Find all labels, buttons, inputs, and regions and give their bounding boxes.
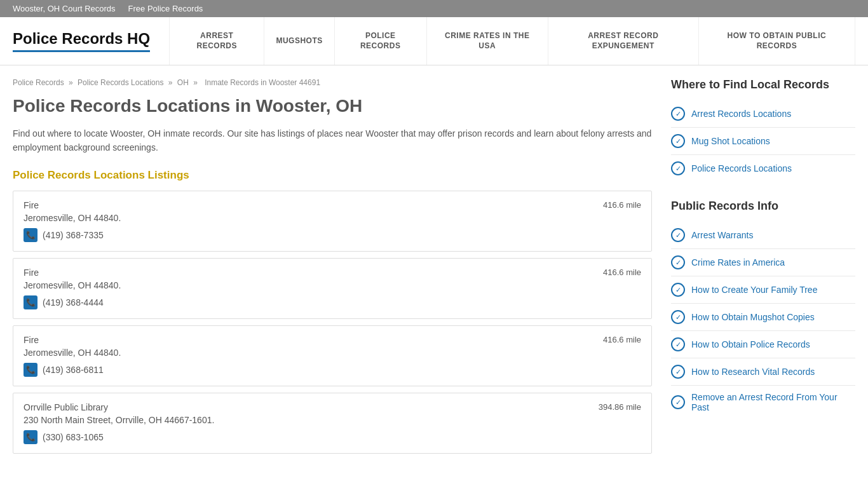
sidebar-link-label: How to Research Vital Records (691, 367, 815, 377)
nav-mugshots[interactable]: MUGSHOTS (264, 17, 334, 65)
listing-distance: 416.6 mile (603, 200, 641, 210)
listing-phone: 📞 (330) 683-1065 (24, 430, 641, 444)
check-icon: ✓ (671, 134, 685, 148)
phone-number[interactable]: (419) 368-6811 (43, 365, 104, 375)
listing-name: Fire (24, 335, 39, 345)
phone-number[interactable]: (419) 368-7335 (43, 230, 104, 240)
listing-address: Jeromesville, OH 44840. (24, 280, 641, 290)
sidebar-link-label: Remove an Arrest Record From Your Past (691, 392, 855, 412)
sidebar-section-public-info: Public Records Info ✓ Arrest Warrants ✓ … (671, 200, 855, 419)
nav-arrest-records[interactable]: ARREST RECORDS (169, 17, 264, 65)
breadcrumb-sep2: » (168, 78, 175, 87)
listings-heading: Police Records Locations Listings (13, 169, 652, 182)
check-icon: ✓ (671, 228, 685, 242)
sidebar-link-arrest-locations[interactable]: ✓ Arrest Records Locations (671, 100, 855, 128)
check-icon: ✓ (671, 365, 685, 379)
nav-expungement[interactable]: ARREST RECORD EXPUNGEMENT (548, 17, 699, 65)
phone-number[interactable]: (330) 683-1065 (43, 432, 104, 442)
listing-address: Jeromesville, OH 44840. (24, 348, 641, 358)
sidebar-link-family-tree[interactable]: ✓ How to Create Your Family Tree (671, 276, 855, 304)
check-icon: ✓ (671, 337, 685, 351)
sidebar-link-label: Crime Rates in America (691, 257, 785, 268)
listing-top: Fire 416.6 mile (24, 200, 641, 210)
sidebar-link-vital-records[interactable]: ✓ How to Research Vital Records (671, 358, 855, 386)
listing-top: Fire 416.6 mile (24, 268, 641, 278)
listing-card: Fire 416.6 mile Jeromesville, OH 44840. … (13, 258, 652, 319)
main-nav: ARREST RECORDS MUGSHOTS POLICE RECORDS C… (169, 17, 855, 65)
sidebar-link-label: How to Create Your Family Tree (691, 285, 817, 295)
sidebar-link-label: Arrest Warrants (691, 230, 754, 240)
sidebar-link-arrest-warrants[interactable]: ✓ Arrest Warrants (671, 222, 855, 249)
check-icon: ✓ (671, 283, 685, 297)
phone-icon: 📞 (24, 228, 37, 242)
sidebar-link-police-locations[interactable]: ✓ Police Records Locations (671, 155, 855, 182)
check-icon: ✓ (671, 107, 685, 121)
phone-icon: 📞 (24, 430, 37, 444)
main-container: Police Records » Police Records Location… (0, 65, 868, 473)
listing-phone: 📞 (419) 368-6811 (24, 363, 641, 377)
check-icon: ✓ (671, 310, 685, 324)
header: Police Records HQ ARREST RECORDS MUGSHOT… (0, 17, 868, 65)
listing-phone: 📞 (419) 368-7335 (24, 228, 641, 242)
breadcrumb-locations[interactable]: Police Records Locations (78, 78, 163, 87)
listing-top: Fire 416.6 mile (24, 335, 641, 345)
sidebar-link-crime-rates[interactable]: ✓ Crime Rates in America (671, 249, 855, 276)
listing-distance: 416.6 mile (603, 335, 641, 344)
breadcrumb-oh[interactable]: OH (177, 78, 189, 87)
listing-distance: 416.6 mile (603, 268, 641, 277)
breadcrumb-police-records[interactable]: Police Records (13, 78, 64, 87)
listing-name: Fire (24, 268, 39, 278)
sidebar-link-label: Arrest Records Locations (691, 109, 791, 119)
logo[interactable]: Police Records HQ (13, 30, 150, 52)
sidebar-link-label: How to Obtain Police Records (691, 339, 810, 349)
topbar-link-police[interactable]: Free Police Records (128, 4, 203, 13)
sidebar: Where to Find Local Records ✓ Arrest Rec… (671, 78, 855, 460)
phone-number[interactable]: (419) 368-4444 (43, 297, 104, 308)
sidebar-link-label: How to Obtain Mugshot Copies (691, 312, 815, 322)
phone-icon: 📞 (24, 295, 37, 309)
sidebar-link-mugshot-locations[interactable]: ✓ Mug Shot Locations (671, 128, 855, 155)
top-bar: Wooster, OH Court Records Free Police Re… (0, 0, 868, 17)
sidebar-link-mugshot-copies[interactable]: ✓ How to Obtain Mugshot Copies (671, 304, 855, 331)
check-icon: ✓ (671, 395, 685, 409)
phone-icon: 📞 (24, 363, 37, 377)
listing-card: Fire 416.6 mile Jeromesville, OH 44840. … (13, 325, 652, 386)
sidebar-title-public: Public Records Info (671, 200, 855, 213)
sidebar-link-remove-arrest[interactable]: ✓ Remove an Arrest Record From Your Past (671, 386, 855, 419)
content-area: Police Records » Police Records Location… (13, 78, 652, 460)
sidebar-section-local-records: Where to Find Local Records ✓ Arrest Rec… (671, 78, 855, 182)
check-icon: ✓ (671, 255, 685, 269)
listing-phone: 📞 (419) 368-4444 (24, 295, 641, 309)
sidebar-link-label: Mug Shot Locations (691, 136, 770, 146)
listing-name: Orrville Public Library (24, 402, 108, 412)
listing-card: Fire 416.6 mile Jeromesville, OH 44840. … (13, 191, 652, 252)
breadcrumb: Police Records » Police Records Location… (13, 78, 652, 87)
page-title: Police Records Locations in Wooster, OH (13, 96, 652, 116)
sidebar-link-label: Police Records Locations (691, 163, 792, 173)
listing-address: Jeromesville, OH 44840. (24, 213, 641, 223)
check-icon: ✓ (671, 161, 685, 175)
listing-name: Fire (24, 200, 39, 210)
listing-card: Orrville Public Library 394.86 mile 230 … (13, 393, 652, 454)
page-description: Find out where to locate Wooster, OH inm… (13, 126, 652, 155)
listing-address: 230 North Main Street, Orrville, OH 4466… (24, 415, 641, 425)
breadcrumb-sep3: » (193, 78, 200, 87)
nav-police-records[interactable]: POLICE RECORDS (335, 17, 427, 65)
listing-top: Orrville Public Library 394.86 mile (24, 402, 641, 412)
breadcrumb-current: Inmate Records in Wooster 44691 (205, 78, 320, 87)
sidebar-link-police-records[interactable]: ✓ How to Obtain Police Records (671, 331, 855, 358)
breadcrumb-sep1: » (69, 78, 75, 87)
nav-public-records[interactable]: HOW TO OBTAIN PUBLIC RECORDS (699, 17, 855, 65)
listing-distance: 394.86 mile (599, 402, 641, 412)
topbar-link-court[interactable]: Wooster, OH Court Records (13, 4, 116, 13)
nav-crime-rates[interactable]: CRIME RATES IN THE USA (427, 17, 548, 65)
logo-area: Police Records HQ (13, 17, 169, 65)
sidebar-title-local: Where to Find Local Records (671, 78, 855, 92)
